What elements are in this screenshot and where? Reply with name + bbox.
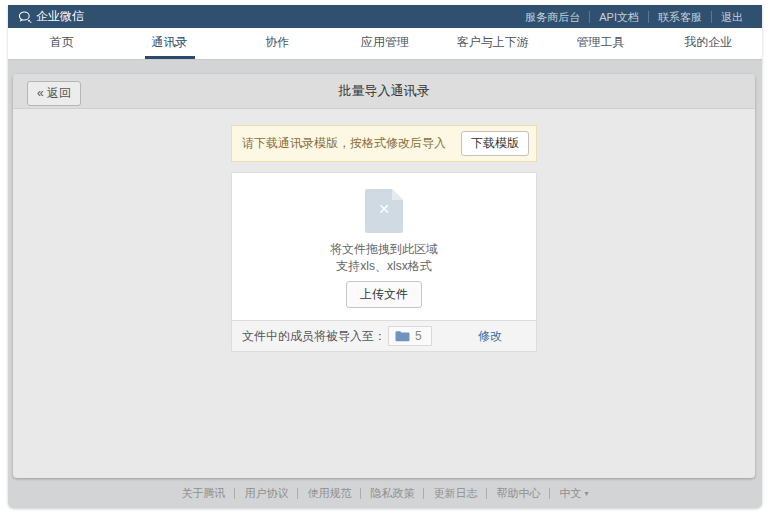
footer: 关于腾讯 用户协议 使用规范 隐私政策 更新日志 帮助中心 中文 ▾ — [8, 488, 762, 499]
main-nav: 首页 通讯录 协作 应用管理 客户与上下游 管理工具 我的企业 — [8, 28, 762, 60]
logout-link[interactable]: 退出 — [711, 11, 752, 23]
import-target-label: 文件中的成员将被导入至： — [242, 328, 386, 345]
import-target-row: 文件中的成员将被导入至： 5 修改 — [232, 320, 536, 351]
app-logo-text: 企业微信 — [36, 8, 84, 25]
back-arrows-icon: « — [37, 86, 44, 100]
panel-header: « 返回 批量导入通讯录 — [13, 74, 755, 109]
provider-console-link[interactable]: 服务商后台 — [516, 11, 589, 23]
modify-target-link[interactable]: 修改 — [478, 328, 502, 345]
folder-icon — [395, 330, 410, 342]
topbar-links: 服务商后台 API文档 联系客服 退出 — [516, 11, 752, 23]
upload-card: ✕ 将文件拖拽到此区域 支持xls、xlsx格式 上传文件 文件中的成员将被导入… — [231, 172, 537, 352]
department-badge-value: 5 — [415, 329, 422, 343]
language-selector[interactable]: 中文 ▾ — [549, 488, 597, 499]
drop-hint: 将文件拖拽到此区域 支持xls、xlsx格式 — [232, 241, 536, 275]
drop-hint-line2: 支持xls、xlsx格式 — [232, 258, 536, 275]
tab-contacts[interactable]: 通讯录 — [116, 28, 224, 59]
tab-home[interactable]: 首页 — [8, 28, 116, 59]
caret-down-icon: ▾ — [584, 488, 588, 499]
tab-my-company[interactable]: 我的企业 — [654, 28, 762, 59]
excel-x-glyph: ✕ — [365, 202, 403, 216]
tab-customers[interactable]: 客户与上下游 — [439, 28, 547, 59]
download-template-button[interactable]: 下载模版 — [461, 131, 529, 156]
file-drop-zone[interactable]: ✕ 将文件拖拽到此区域 支持xls、xlsx格式 上传文件 — [232, 173, 536, 320]
drop-hint-line1: 将文件拖拽到此区域 — [232, 241, 536, 258]
language-label: 中文 — [559, 488, 581, 499]
api-docs-link[interactable]: API文档 — [589, 11, 648, 23]
back-button-label: 返回 — [47, 86, 71, 100]
template-notice-bar: 请下载通讯录模版，按格式修改后导入 下载模版 — [231, 125, 537, 162]
tab-collaboration[interactable]: 协作 — [223, 28, 331, 59]
back-button[interactable]: « 返回 — [27, 81, 81, 106]
page-title: 批量导入通讯录 — [339, 82, 430, 100]
department-badge: 5 — [388, 326, 432, 346]
contact-support-link[interactable]: 联系客服 — [648, 11, 711, 23]
footer-link-changelog[interactable]: 更新日志 — [423, 488, 486, 499]
content-area: « 返回 批量导入通讯录 请下载通讯录模版，按格式修改后导入 下载模版 ✕ — [8, 60, 762, 508]
footer-link-about[interactable]: 关于腾讯 — [172, 488, 234, 499]
footer-link-privacy[interactable]: 隐私政策 — [360, 488, 423, 499]
template-notice-text: 请下载通讯录模版，按格式修改后导入 — [242, 135, 446, 152]
footer-link-usage-rules[interactable]: 使用规范 — [297, 488, 360, 499]
import-column: 请下载通讯录模版，按格式修改后导入 下载模版 ✕ 将文件拖拽到此区域 支持xls… — [231, 125, 537, 352]
wework-logo-icon — [18, 10, 32, 24]
tab-app-management[interactable]: 应用管理 — [331, 28, 439, 59]
app-window: 企业微信 服务商后台 API文档 联系客服 退出 首页 通讯录 协作 应用管理 … — [8, 5, 762, 508]
excel-file-icon: ✕ — [365, 189, 403, 233]
upload-file-button[interactable]: 上传文件 — [346, 281, 422, 308]
footer-link-help-center[interactable]: 帮助中心 — [486, 488, 549, 499]
topbar: 企业微信 服务商后台 API文档 联系客服 退出 — [8, 5, 762, 28]
tab-admin-tools[interactable]: 管理工具 — [547, 28, 655, 59]
import-panel: « 返回 批量导入通讯录 请下载通讯录模版，按格式修改后导入 下载模版 ✕ — [13, 74, 755, 478]
footer-link-user-agreement[interactable]: 用户协议 — [234, 488, 297, 499]
app-logo: 企业微信 — [18, 8, 84, 25]
